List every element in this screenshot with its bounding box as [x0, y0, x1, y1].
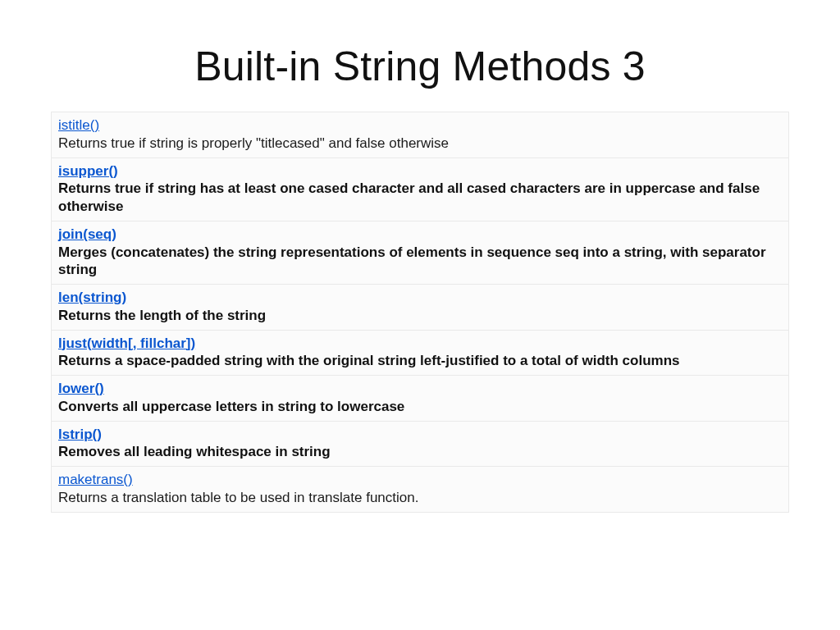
method-cell: lower()Converts all uppercase letters in…: [52, 376, 789, 422]
method-cell: join(seq)Merges (concatenates) the strin…: [52, 221, 789, 284]
page-title: Built-in String Methods 3: [51, 43, 789, 90]
method-cell: lstrip()Removes all leading whitespace i…: [52, 421, 789, 467]
method-link[interactable]: maketrans(): [58, 471, 782, 489]
table-row: istitle()Returns true if string is prope…: [52, 112, 789, 158]
slide: Built-in String Methods 3 istitle()Retur…: [0, 0, 840, 630]
method-link[interactable]: lstrip(): [58, 426, 782, 444]
method-link[interactable]: ljust(width[, fillchar]): [58, 335, 782, 353]
method-link[interactable]: lower(): [58, 380, 782, 398]
method-link[interactable]: istitle(): [58, 116, 782, 135]
table-row: maketrans()Returns a translation table t…: [52, 467, 789, 513]
method-link[interactable]: join(seq): [58, 226, 782, 244]
method-cell: maketrans()Returns a translation table t…: [52, 467, 789, 513]
method-link[interactable]: len(string): [58, 289, 782, 307]
method-description: Returns a translation table to be used i…: [58, 490, 418, 505]
table-row: ljust(width[, fillchar])Returns a space-…: [52, 330, 789, 376]
method-description: Returns true if string has at least one …: [58, 180, 760, 214]
method-link[interactable]: isupper(): [58, 162, 782, 180]
method-cell: isupper()Returns true if string has at l…: [52, 158, 789, 221]
method-description: Returns true if string is properly "titl…: [58, 135, 449, 151]
method-cell: istitle()Returns true if string is prope…: [52, 112, 789, 158]
method-description: Converts all uppercase letters in string…: [58, 399, 404, 414]
method-description: Removes all leading whitespace in string: [58, 444, 331, 459]
method-description: Returns the length of the string: [58, 308, 266, 323]
method-cell: len(string)Returns the length of the str…: [52, 285, 789, 331]
table-row: isupper()Returns true if string has at l…: [52, 158, 789, 221]
table-row: lower()Converts all uppercase letters in…: [52, 376, 789, 422]
table-row: lstrip()Removes all leading whitespace i…: [52, 421, 789, 467]
method-description: Merges (concatenates) the string represe…: [58, 244, 766, 278]
method-description: Returns a space-padded string with the o…: [58, 353, 680, 368]
methods-table: istitle()Returns true if string is prope…: [51, 112, 789, 513]
table-row: join(seq)Merges (concatenates) the strin…: [52, 221, 789, 284]
method-cell: ljust(width[, fillchar])Returns a space-…: [52, 330, 789, 376]
table-row: len(string)Returns the length of the str…: [52, 285, 789, 331]
